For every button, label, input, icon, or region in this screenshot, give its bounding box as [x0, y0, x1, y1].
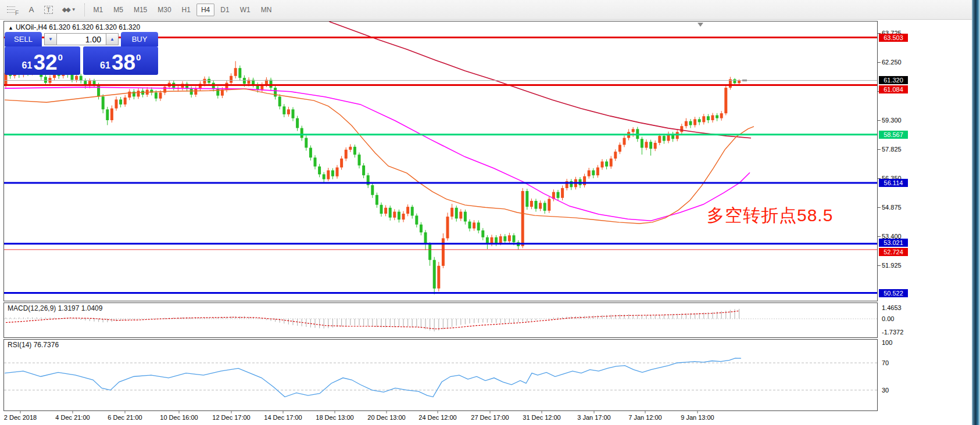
text-label-tool-button[interactable]: T — [40, 3, 57, 17]
time-axis-label: 24 Dec 12:00 — [419, 414, 456, 421]
arrows-icon: ◆◆ — [62, 6, 70, 13]
buy-price-button[interactable]: 61 38 0 — [83, 46, 159, 75]
text-label-icon: T — [44, 6, 53, 14]
macd-pane[interactable] — [3, 302, 878, 338]
macd-indicator-label: MACD(12,26,9) 1.3197 1.0409 — [8, 304, 102, 312]
time-axis-label: 27 Dec 17:00 — [471, 414, 509, 421]
buy-price-point: 0 — [136, 52, 141, 62]
rsi-axis-label: 100 — [882, 339, 892, 346]
tab-timeframe-m30[interactable]: M30 — [153, 3, 176, 16]
tab-timeframe-w1[interactable]: W1 — [235, 3, 255, 16]
one-click-trading-panel: SELL ▼ ▲ BUY 61 32 0 61 38 0 — [5, 32, 158, 75]
tab-timeframe-d1[interactable]: D1 — [216, 3, 234, 16]
sell-button[interactable]: SELL — [5, 32, 42, 46]
price-axis-tick — [878, 120, 881, 121]
tab-timeframe-h1[interactable]: H1 — [177, 3, 195, 16]
sell-price-pips: 32 — [33, 53, 57, 73]
time-axis-label: 7 Jan 12:00 — [628, 414, 662, 421]
time-axis-label: 20 Dec 13:00 — [367, 414, 405, 421]
volume-decrease-button[interactable]: ▼ — [44, 33, 57, 45]
buy-price-whole: 61 — [100, 60, 110, 71]
sell-price-button[interactable]: 61 32 0 — [5, 46, 80, 75]
rsi-axis-label: 30 — [882, 387, 889, 394]
volume-increase-button[interactable]: ▲ — [106, 33, 119, 45]
price-axis-label: 62.250 — [882, 59, 902, 66]
volume-control: ▼ ▲ — [42, 32, 121, 46]
tab-timeframe-m1[interactable]: M1 — [89, 3, 108, 16]
time-axis-label: 4 Dec 21:00 — [55, 414, 90, 421]
price-axis-tick — [878, 236, 881, 237]
price-axis-label: 54.875 — [882, 204, 902, 211]
tab-timeframe-mn[interactable]: MN — [256, 3, 277, 16]
sell-price-whole: 61 — [22, 60, 33, 71]
macd-axis-label: -1.7372 — [882, 329, 903, 336]
price-axis-tick — [878, 265, 881, 266]
fibonacci-tool-button[interactable]: F — [3, 3, 23, 17]
text-icon: A — [29, 5, 34, 14]
window-edge-strip — [972, 0, 980, 425]
price-level-badge: 58.567 — [879, 131, 908, 139]
tab-timeframe-m5[interactable]: M5 — [109, 3, 128, 16]
rsi-axis-label: 70 — [882, 359, 889, 366]
price-level-badge: 50.522 — [879, 289, 908, 297]
time-axis-label: 31 Dec 12:00 — [523, 414, 560, 421]
price-axis-tick — [878, 62, 881, 63]
price-level-badge: 61.084 — [879, 85, 908, 93]
text-tool-button[interactable]: A — [24, 3, 39, 17]
arrows-tool-button[interactable]: ◆◆ ▼ — [58, 3, 80, 17]
sell-price-point: 0 — [58, 52, 63, 62]
macd-axis-label: 1.4653 — [882, 304, 902, 311]
chart-annotation-text: 多空转折点58.5 — [707, 204, 833, 228]
chevron-down-icon: ▼ — [71, 7, 76, 12]
chart-title: ▲UKOil-,H4 61.320 61.320 61.320 61.320 — [8, 23, 140, 31]
volume-input[interactable] — [57, 33, 106, 45]
price-axis-label: 59.300 — [882, 117, 902, 124]
time-axis-label: 2 Dec 2018 — [4, 414, 37, 421]
fibonacci-icon: F — [7, 5, 19, 15]
buy-button[interactable]: BUY — [121, 32, 158, 46]
scroll-position-marker-icon — [698, 23, 703, 27]
rsi-indicator-label: RSI(14) 76.7376 — [8, 341, 59, 349]
time-axis-label: 9 Jan 13:00 — [681, 414, 714, 421]
price-level-badge: 61.320 — [879, 76, 908, 84]
rsi-pane[interactable] — [3, 339, 878, 411]
price-level-badge: 52.724 — [879, 248, 908, 256]
price-level-badge: 56.114 — [879, 179, 908, 187]
time-axis-label: 10 Dec 16:00 — [160, 414, 198, 421]
price-axis-label: 57.825 — [882, 146, 902, 153]
buy-price-pips: 38 — [112, 53, 135, 73]
price-level-badge: 53.021 — [879, 239, 908, 247]
tab-timeframe-m15[interactable]: M15 — [129, 3, 152, 16]
time-axis-label: 3 Jan 17:00 — [577, 414, 611, 421]
time-axis-label: 18 Dec 13:00 — [316, 414, 353, 421]
symbol-collapse-icon: ▲ — [8, 25, 13, 31]
toolbar: F A T ◆◆ ▼ M1M5M15M30H1H4D1W1MN — [0, 0, 972, 20]
price-level-badge: 63.503 — [879, 34, 908, 42]
macd-axis-label: 0.00 — [882, 315, 894, 322]
timeframe-row: M1M5M15M30H1H4D1W1MN — [88, 3, 277, 16]
time-axis-label: 12 Dec 17:00 — [212, 414, 250, 421]
tab-timeframe-h4[interactable]: H4 — [196, 3, 214, 16]
price-axis-label: 51.925 — [882, 262, 902, 269]
toolbar-separator — [84, 3, 85, 16]
price-axis-tick — [878, 207, 881, 208]
price-axis-tick — [878, 149, 881, 150]
time-axis-label: 14 Dec 17:00 — [264, 414, 302, 421]
time-axis-label: 6 Dec 21:00 — [108, 414, 142, 421]
